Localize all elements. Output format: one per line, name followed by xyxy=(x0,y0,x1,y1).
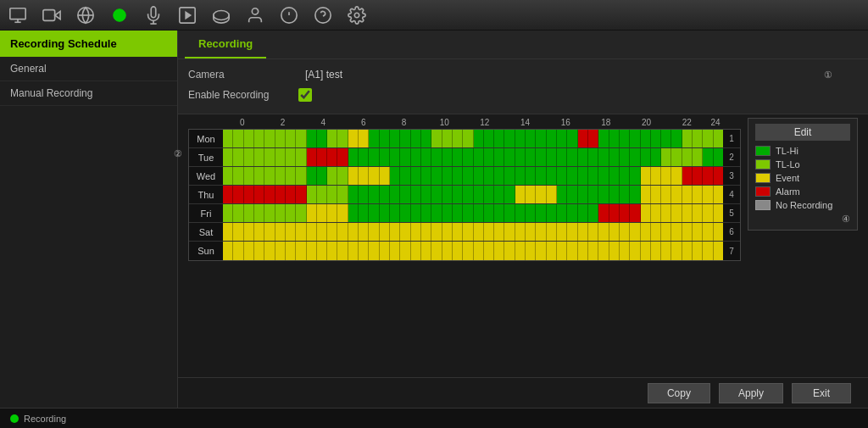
cell[interactable] xyxy=(620,223,630,241)
cell[interactable] xyxy=(307,167,317,185)
cell[interactable] xyxy=(400,130,410,147)
cell[interactable] xyxy=(307,204,317,222)
cell[interactable] xyxy=(494,242,504,260)
cell[interactable] xyxy=(598,167,609,185)
cell[interactable] xyxy=(598,186,609,203)
cell[interactable] xyxy=(390,148,400,166)
cell[interactable] xyxy=(494,223,504,241)
cell[interactable] xyxy=(504,130,515,147)
cell[interactable] xyxy=(536,186,546,203)
user-icon[interactable] xyxy=(244,4,266,26)
cell[interactable] xyxy=(484,167,494,185)
cell[interactable] xyxy=(254,130,264,147)
tab-recording[interactable]: Recording xyxy=(185,31,266,58)
cell[interactable] xyxy=(254,242,264,260)
cell[interactable] xyxy=(515,242,526,260)
cell[interactable] xyxy=(348,148,359,166)
cell[interactable] xyxy=(578,186,588,203)
cell[interactable] xyxy=(661,167,671,185)
cell[interactable] xyxy=(296,148,306,166)
sidebar-item-manual-recording[interactable]: Manual Recording xyxy=(0,81,177,106)
cell[interactable] xyxy=(598,204,609,222)
cell[interactable] xyxy=(567,186,577,203)
cell[interactable] xyxy=(463,204,473,222)
cell[interactable] xyxy=(609,204,620,222)
cell[interactable] xyxy=(547,223,557,241)
cell[interactable] xyxy=(515,148,526,166)
cell[interactable] xyxy=(682,130,693,147)
cell[interactable] xyxy=(515,186,526,203)
cell[interactable] xyxy=(359,167,369,185)
info-icon[interactable] xyxy=(278,4,300,26)
cell[interactable] xyxy=(233,204,243,222)
cell[interactable] xyxy=(526,223,536,241)
cell[interactable] xyxy=(609,223,620,241)
cell[interactable] xyxy=(453,242,463,260)
cell[interactable] xyxy=(264,148,275,166)
legend-item-alarm[interactable]: Alarm xyxy=(755,186,850,197)
cell[interactable] xyxy=(661,186,671,203)
cell[interactable] xyxy=(620,242,630,260)
cell[interactable] xyxy=(223,148,233,166)
cell[interactable] xyxy=(286,186,296,203)
cell[interactable] xyxy=(411,130,421,147)
cell[interactable] xyxy=(359,186,369,203)
cell[interactable] xyxy=(620,167,630,185)
cell[interactable] xyxy=(348,186,359,203)
cell[interactable] xyxy=(223,242,233,260)
cell[interactable] xyxy=(714,130,723,147)
cell[interactable] xyxy=(630,223,640,241)
cell[interactable] xyxy=(641,204,651,222)
cell[interactable] xyxy=(380,204,390,222)
cell[interactable] xyxy=(494,148,504,166)
cell[interactable] xyxy=(703,148,713,166)
cell[interactable] xyxy=(515,223,526,241)
cell[interactable] xyxy=(390,223,400,241)
cell[interactable] xyxy=(641,223,651,241)
cell[interactable] xyxy=(275,242,286,260)
cell[interactable] xyxy=(431,242,442,260)
cell[interactable] xyxy=(380,148,390,166)
cell[interactable] xyxy=(369,242,379,260)
cell[interactable] xyxy=(348,204,359,222)
cell[interactable] xyxy=(453,204,463,222)
cell[interactable] xyxy=(474,242,484,260)
cell[interactable] xyxy=(359,148,369,166)
cell[interactable] xyxy=(536,130,546,147)
cell[interactable] xyxy=(327,204,337,222)
cell[interactable] xyxy=(337,167,348,185)
cell[interactable] xyxy=(275,204,286,222)
sidebar-title[interactable]: Recording Schedule xyxy=(0,31,177,57)
cell[interactable] xyxy=(337,186,348,203)
cell[interactable] xyxy=(359,204,369,222)
cell[interactable] xyxy=(547,242,557,260)
cell[interactable] xyxy=(337,130,348,147)
cell[interactable] xyxy=(431,223,442,241)
cell[interactable] xyxy=(380,186,390,203)
apply-button[interactable]: Apply xyxy=(719,383,783,403)
cell[interactable] xyxy=(693,167,703,185)
cell[interactable] xyxy=(651,204,661,222)
cell[interactable] xyxy=(536,242,546,260)
cell[interactable] xyxy=(431,204,442,222)
cell[interactable] xyxy=(504,148,515,166)
cell[interactable] xyxy=(359,242,369,260)
cell[interactable] xyxy=(557,167,567,185)
legend-item-none[interactable]: No Recording xyxy=(755,200,850,210)
cell[interactable] xyxy=(369,130,379,147)
cell[interactable] xyxy=(421,148,431,166)
cell[interactable] xyxy=(714,148,723,166)
cell[interactable] xyxy=(598,130,609,147)
cell[interactable] xyxy=(620,204,630,222)
cell[interactable] xyxy=(369,223,379,241)
cell[interactable] xyxy=(244,242,254,260)
cell[interactable] xyxy=(693,186,703,203)
cell[interactable] xyxy=(411,204,421,222)
cell[interactable] xyxy=(703,204,713,222)
cell[interactable] xyxy=(431,167,442,185)
cell[interactable] xyxy=(296,186,306,203)
cell[interactable] xyxy=(598,223,609,241)
cell[interactable] xyxy=(671,242,682,260)
cell[interactable] xyxy=(244,204,254,222)
cell[interactable] xyxy=(307,148,317,166)
